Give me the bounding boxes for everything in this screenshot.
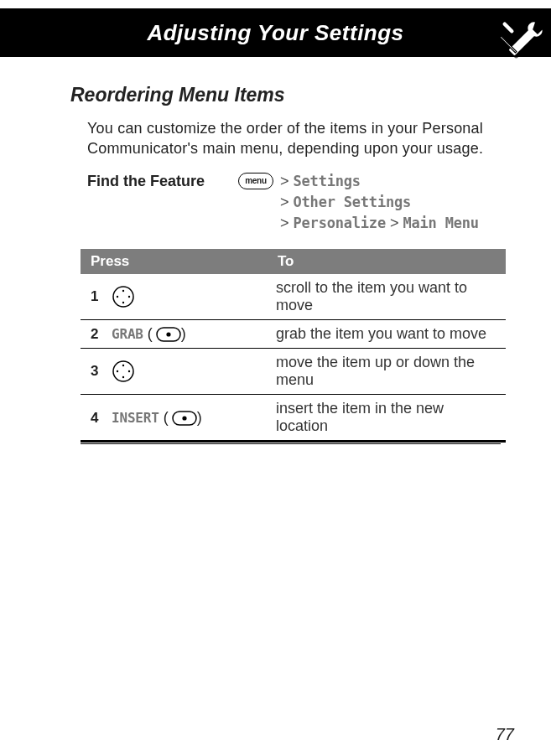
open-paren: ( bbox=[164, 409, 169, 426]
page-number: 77 bbox=[496, 725, 514, 744]
step-number: 1 bbox=[91, 288, 104, 305]
menu-key-text: menu bbox=[245, 176, 266, 185]
svg-point-13 bbox=[128, 370, 130, 372]
svg-point-12 bbox=[117, 370, 118, 372]
svg-point-4 bbox=[122, 302, 124, 303]
center-dot-key-icon bbox=[156, 327, 181, 342]
center-dot-key-icon bbox=[172, 411, 197, 426]
open-paren: ( bbox=[148, 325, 153, 342]
step-description: insert the item in the new location bbox=[269, 395, 506, 442]
intro-text: You can customize the order of the items… bbox=[75, 118, 501, 159]
col-header-press: Press bbox=[81, 249, 269, 274]
step-number: 2 bbox=[91, 326, 104, 343]
path-other-settings: Other Settings bbox=[294, 194, 412, 210]
svg-point-15 bbox=[182, 416, 186, 420]
table-header-row: Press To bbox=[81, 249, 506, 274]
chapter-header-bar: Adjusting Your Settings bbox=[0, 8, 551, 57]
find-feature-block: Find the Feature menu > Settings > Other… bbox=[75, 171, 501, 235]
close-paren: ) bbox=[197, 409, 202, 426]
path-settings: Settings bbox=[294, 173, 361, 189]
find-feature-label: Find the Feature bbox=[87, 171, 238, 190]
page-container: Adjusting Your Settings Re bbox=[0, 8, 551, 756]
step-number: 4 bbox=[91, 410, 104, 427]
find-feature-path-container: menu > Settings > Other Settings > Perso… bbox=[238, 171, 479, 235]
table-row: 2 GRAB ( ) grab the item you want to mov… bbox=[81, 320, 506, 349]
path-separator: > bbox=[280, 194, 289, 210]
step-description: grab the item you want to move bbox=[269, 320, 506, 349]
navigation-path: > Settings > Other Settings > Personaliz… bbox=[280, 171, 479, 235]
svg-point-6 bbox=[128, 296, 130, 298]
path-separator: > bbox=[280, 173, 289, 189]
press-action-label: INSERT bbox=[112, 410, 159, 426]
section-heading: Reordering Menu Items bbox=[70, 84, 501, 106]
table-row: 1 scroll to the item you want to move bbox=[81, 274, 506, 320]
step-description: scroll to the item you want to move bbox=[269, 274, 506, 320]
close-paren: ) bbox=[181, 325, 186, 342]
step-number: 3 bbox=[91, 363, 104, 380]
svg-point-10 bbox=[122, 365, 124, 366]
path-separator: > bbox=[280, 215, 289, 231]
path-separator: > bbox=[390, 215, 403, 231]
svg-point-3 bbox=[122, 290, 124, 292]
nav-wheel-icon bbox=[112, 285, 135, 308]
svg-point-5 bbox=[117, 296, 118, 298]
menu-key-icon: menu bbox=[238, 173, 273, 189]
table-row: 3 move the item up or down the menu bbox=[81, 349, 506, 395]
table-bottom-rule bbox=[81, 442, 501, 444]
table-row: 4 INSERT ( ) insert the item in the new … bbox=[81, 395, 506, 442]
chapter-title: Adjusting Your Settings bbox=[147, 20, 403, 46]
path-main-menu: Main Menu bbox=[403, 215, 478, 231]
press-action-label: GRAB bbox=[112, 326, 143, 342]
content-area: Reordering Menu Items You can customize … bbox=[0, 57, 551, 444]
nav-wheel-icon bbox=[112, 360, 135, 383]
col-header-to: To bbox=[269, 249, 506, 274]
svg-point-9 bbox=[113, 361, 133, 381]
tools-icon bbox=[494, 10, 551, 70]
svg-rect-0 bbox=[502, 21, 516, 35]
step-description: move the item up or down the menu bbox=[269, 349, 506, 395]
path-personalize: Personalize bbox=[294, 215, 386, 231]
svg-point-8 bbox=[166, 333, 170, 337]
steps-table: Press To 1 bbox=[81, 249, 506, 443]
svg-point-2 bbox=[113, 287, 133, 307]
svg-point-11 bbox=[122, 376, 124, 378]
